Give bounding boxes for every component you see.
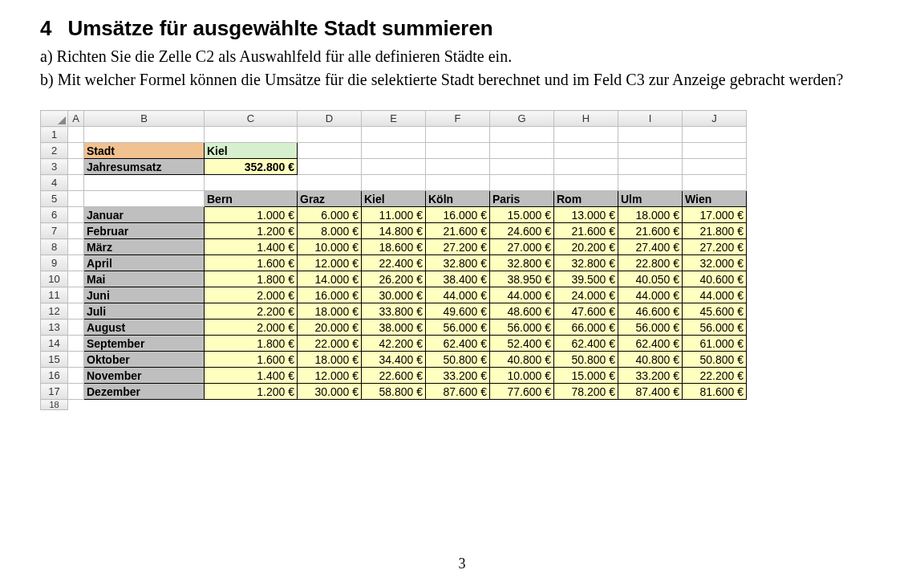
- cell[interactable]: [554, 175, 618, 191]
- data-cell[interactable]: 14.800 €: [362, 223, 426, 239]
- data-cell[interactable]: 44.000 €: [683, 287, 747, 303]
- cell[interactable]: [618, 175, 683, 191]
- data-cell[interactable]: 18.000 €: [298, 352, 362, 368]
- data-cell[interactable]: 78.200 €: [554, 384, 618, 400]
- row-header[interactable]: 2: [41, 143, 68, 159]
- cell[interactable]: [68, 271, 84, 287]
- cell[interactable]: [618, 159, 683, 175]
- row-header[interactable]: 1: [41, 127, 68, 143]
- data-cell[interactable]: 26.200 €: [362, 271, 426, 287]
- data-cell[interactable]: 56.000 €: [426, 319, 490, 336]
- data-cell[interactable]: 33.800 €: [362, 303, 426, 319]
- cell[interactable]: [68, 255, 84, 271]
- col-header-g[interactable]: G: [490, 111, 554, 127]
- data-cell[interactable]: 27.000 €: [490, 239, 554, 255]
- month-label[interactable]: Juni: [84, 287, 205, 303]
- data-cell[interactable]: 44.000 €: [426, 287, 490, 303]
- data-cell[interactable]: 8.000 €: [298, 223, 362, 239]
- row-header[interactable]: 12: [41, 303, 68, 319]
- data-cell[interactable]: 12.000 €: [298, 368, 362, 384]
- cell[interactable]: [298, 127, 362, 143]
- col-header-h[interactable]: H: [554, 111, 618, 127]
- data-cell[interactable]: 33.200 €: [426, 368, 490, 384]
- data-cell[interactable]: 1.800 €: [205, 271, 298, 287]
- data-cell[interactable]: 16.000 €: [298, 287, 362, 303]
- data-cell[interactable]: 38.950 €: [490, 271, 554, 287]
- col-header-d[interactable]: D: [298, 111, 362, 127]
- row-header[interactable]: 9: [41, 255, 68, 271]
- row-header[interactable]: 7: [41, 223, 68, 239]
- data-cell[interactable]: 12.000 €: [298, 255, 362, 271]
- data-cell[interactable]: 47.600 €: [554, 303, 618, 319]
- select-all-corner[interactable]: [41, 111, 68, 127]
- row-header[interactable]: 10: [41, 271, 68, 287]
- row-header[interactable]: 11: [41, 287, 68, 303]
- data-cell[interactable]: 40.800 €: [618, 352, 683, 368]
- data-cell[interactable]: 44.000 €: [618, 287, 683, 303]
- row-header[interactable]: 15: [41, 352, 68, 368]
- data-cell[interactable]: 77.600 €: [490, 384, 554, 400]
- row-header[interactable]: 6: [41, 207, 68, 223]
- data-cell[interactable]: 32.000 €: [683, 255, 747, 271]
- data-cell[interactable]: 1.400 €: [205, 239, 298, 255]
- cell[interactable]: [68, 175, 84, 191]
- month-label[interactable]: Dezember: [84, 384, 205, 400]
- data-cell[interactable]: 2.000 €: [205, 319, 298, 336]
- data-cell[interactable]: 17.000 €: [683, 207, 747, 223]
- month-label[interactable]: Oktober: [84, 352, 205, 368]
- data-cell[interactable]: 38.000 €: [362, 319, 426, 336]
- month-label[interactable]: März: [84, 239, 205, 255]
- data-cell[interactable]: 58.800 €: [362, 384, 426, 400]
- cell[interactable]: [298, 159, 362, 175]
- data-cell[interactable]: 15.000 €: [490, 207, 554, 223]
- data-cell[interactable]: 1.600 €: [205, 255, 298, 271]
- month-label[interactable]: Mai: [84, 271, 205, 287]
- data-cell[interactable]: 22.400 €: [362, 255, 426, 271]
- data-cell[interactable]: 30.000 €: [362, 287, 426, 303]
- data-cell[interactable]: 30.000 €: [298, 384, 362, 400]
- data-cell[interactable]: 49.600 €: [426, 303, 490, 319]
- cell[interactable]: [683, 175, 747, 191]
- month-label[interactable]: Februar: [84, 223, 205, 239]
- cell[interactable]: [618, 127, 683, 143]
- cell[interactable]: [68, 223, 84, 239]
- cell[interactable]: [68, 143, 84, 159]
- data-cell[interactable]: 46.600 €: [618, 303, 683, 319]
- cell[interactable]: [68, 319, 84, 336]
- cell[interactable]: [426, 175, 490, 191]
- city-header[interactable]: Wien: [683, 191, 747, 207]
- cell[interactable]: [426, 159, 490, 175]
- cell[interactable]: [683, 143, 747, 159]
- data-cell[interactable]: 44.000 €: [490, 287, 554, 303]
- data-cell[interactable]: 40.800 €: [490, 352, 554, 368]
- cell[interactable]: [68, 207, 84, 223]
- data-cell[interactable]: 10.000 €: [298, 239, 362, 255]
- cell[interactable]: [426, 143, 490, 159]
- data-cell[interactable]: 56.000 €: [683, 319, 747, 336]
- data-cell[interactable]: 61.000 €: [683, 336, 747, 352]
- cell[interactable]: [683, 127, 747, 143]
- cell[interactable]: [298, 175, 362, 191]
- cell[interactable]: [554, 127, 618, 143]
- data-cell[interactable]: 16.000 €: [426, 207, 490, 223]
- data-cell[interactable]: 22.800 €: [618, 255, 683, 271]
- data-cell[interactable]: 50.800 €: [554, 352, 618, 368]
- data-cell[interactable]: 24.600 €: [490, 223, 554, 239]
- data-cell[interactable]: 1.000 €: [205, 207, 298, 223]
- col-header-b[interactable]: B: [84, 111, 205, 127]
- month-label[interactable]: August: [84, 319, 205, 336]
- city-header[interactable]: Rom: [554, 191, 618, 207]
- col-header-i[interactable]: I: [618, 111, 683, 127]
- data-cell[interactable]: 22.000 €: [298, 336, 362, 352]
- cell[interactable]: [68, 336, 84, 352]
- data-cell[interactable]: 21.800 €: [683, 223, 747, 239]
- data-cell[interactable]: 10.000 €: [490, 368, 554, 384]
- jahresumsatz-label[interactable]: Jahresumsatz: [84, 159, 205, 175]
- data-cell[interactable]: 27.200 €: [683, 239, 747, 255]
- spreadsheet-table[interactable]: ABCDEFGHIJ12StadtKiel3Jahresumsatz352.80…: [40, 110, 747, 410]
- data-cell[interactable]: 62.400 €: [426, 336, 490, 352]
- cell[interactable]: [68, 127, 84, 143]
- data-cell[interactable]: 11.000 €: [362, 207, 426, 223]
- data-cell[interactable]: 22.600 €: [362, 368, 426, 384]
- cell[interactable]: [618, 143, 683, 159]
